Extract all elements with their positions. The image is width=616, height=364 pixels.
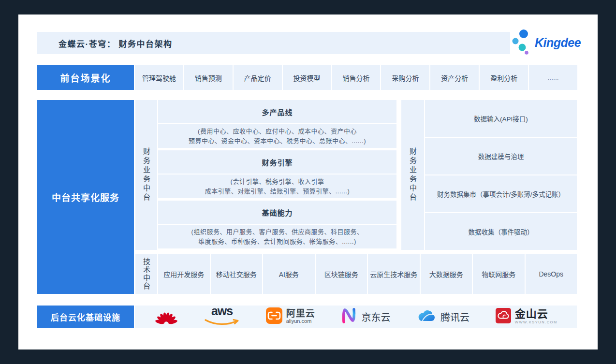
tech-item-app-dev: 应用开发服务 bbox=[158, 254, 210, 294]
aliyun-domain: aliyun.com bbox=[286, 319, 315, 324]
aws-smile-icon bbox=[204, 319, 240, 328]
aliyun-wordmark: 阿里云 bbox=[286, 309, 315, 319]
aws-wordmark: aws bbox=[211, 306, 233, 316]
group-title: 财务引擎 bbox=[158, 150, 396, 174]
tech-platform-label: 技术中台 bbox=[141, 258, 151, 291]
business-platform-strip: 财务业务中台 bbox=[135, 100, 157, 250]
group-detail: (组织服务、用户服务、客户服务、供应商服务、科目服务、 维度服务、币种服务、会计… bbox=[158, 225, 396, 248]
tencent-cloud-icon bbox=[416, 308, 437, 325]
ksyun-cloud-icon bbox=[495, 307, 512, 326]
data-platform-strip: 财务业务中台 bbox=[401, 100, 424, 250]
tech-item-bigdata: 大数据服务 bbox=[421, 254, 472, 294]
front-row: 前台场景化 管理驾驶舱 销售预测 产品定价 投资模型 销售分析 采购分析 资产分… bbox=[37, 65, 577, 90]
group-detail: (费用中心、应收中心、应付中心、成本中心、资产中心 预算中心、资金中心、资本中心… bbox=[158, 124, 396, 148]
group-title: 多产品线 bbox=[158, 100, 396, 123]
front-tab-cockpit: 管理驾驶舱 bbox=[135, 65, 183, 90]
jdcloud-wordmark: 京东云 bbox=[361, 310, 390, 324]
data-platform-label: 财务业务中台 bbox=[408, 147, 418, 203]
shared-services-block: 中台共享化服务 bbox=[37, 100, 134, 294]
huawei-logo bbox=[154, 306, 178, 327]
tech-item-cloud-native: 云原生技术服务 bbox=[368, 254, 420, 294]
data-item-data-mart: 财务数据集市（事项会计/多账薄/多式记账） bbox=[425, 175, 577, 212]
front-tab-asset: 资产分析 bbox=[430, 65, 479, 90]
page-title: 金蝶云·苍穹： 财务中台架构 bbox=[37, 37, 172, 49]
front-tab-investment: 投资模型 bbox=[283, 65, 331, 90]
jdcloud-n-icon bbox=[340, 306, 358, 327]
group-product-lines: 多产品线 (费用中心、应收中心、应付中心、成本中心、资产中心 预算中心、资金中心… bbox=[158, 100, 396, 148]
business-platform-label: 财务业务中台 bbox=[141, 147, 151, 203]
front-tab-sales-forecast: 销售预测 bbox=[184, 65, 233, 90]
tech-platform-strip: 技术中台 bbox=[135, 254, 157, 294]
group-title: 基础能力 bbox=[158, 201, 396, 224]
front-tab-procurement: 采购分析 bbox=[381, 65, 429, 90]
ksyun-logo: 金山云 WWW.KSYUN.COM bbox=[495, 307, 557, 326]
jdcloud-logo: 京东云 bbox=[340, 306, 390, 327]
tech-platform-items: 应用开发服务 移动社交服务 AI服务 区块链服务 云原生技术服务 大数据服务 物… bbox=[158, 254, 577, 294]
huawei-flower-icon bbox=[154, 306, 178, 327]
data-item-modeling: 数据建模与治理 bbox=[425, 138, 577, 175]
tech-item-ai: AI服务 bbox=[263, 254, 315, 294]
front-tab-more: ...... bbox=[529, 65, 577, 90]
header-bar: 金蝶云·苍穹： 财务中台架构 bbox=[37, 32, 510, 54]
front-tab-profit: 盈利分析 bbox=[480, 65, 528, 90]
kingdee-logo: Kingdee bbox=[512, 30, 584, 55]
diagram-card: 金蝶云·苍穹： 财务中台架构 Kingdee 前台场景化 管理驾驶舱 销售预测 … bbox=[18, 15, 598, 349]
group-detail: (会计引擎、税务引擎、收入引擎 成本引擎、对账引擎、结账引擎、预算引擎、....… bbox=[158, 175, 396, 198]
cloud-vendor-strip: aws 阿里云 aliyun.com bbox=[135, 306, 577, 328]
tech-item-iot: 物联网服务 bbox=[473, 254, 525, 294]
group-finance-engines: 财务引擎 (会计引擎、税务引擎、收入引擎 成本引擎、对账引擎、结账引擎、预算引擎… bbox=[158, 150, 396, 198]
group-basic-capabilities: 基础能力 (组织服务、用户服务、客户服务、供应商服务、科目服务、 维度服务、币种… bbox=[158, 201, 396, 248]
infra-label: 后台云化基础设施 bbox=[37, 306, 134, 328]
aliyun-cloud-icon bbox=[265, 307, 283, 326]
tech-item-mobile-social: 移动社交服务 bbox=[211, 254, 263, 294]
kingdee-dots-icon bbox=[512, 29, 532, 57]
business-platform-groups: 多产品线 (费用中心、应收中心、应付中心、成本中心、资产中心 预算中心、资金中心… bbox=[158, 100, 396, 250]
tencent-cloud-logo: 腾讯云 bbox=[416, 308, 469, 325]
tech-item-desops: DesOps bbox=[526, 254, 577, 294]
aws-logo: aws bbox=[204, 305, 240, 328]
data-item-collection: 数据收集（事件驱动） bbox=[425, 213, 577, 250]
tech-item-blockchain: 区块链服务 bbox=[316, 254, 367, 294]
front-tab-pricing: 产品定价 bbox=[234, 65, 282, 90]
kingdee-wordmark: Kingdee bbox=[535, 36, 581, 50]
ksyun-wordmark: 金山云 bbox=[515, 309, 557, 320]
data-item-api-input: 数据输入(API接口) bbox=[425, 100, 577, 137]
front-row-label: 前台场景化 bbox=[37, 65, 134, 90]
tencent-wordmark: 腾讯云 bbox=[440, 310, 469, 324]
data-platform-items: 数据输入(API接口) 数据建模与治理 财务数据集市（事项会计/多账薄/多式记账… bbox=[425, 100, 577, 250]
front-tab-sales-analysis: 销售分析 bbox=[332, 65, 381, 90]
aliyun-logo: 阿里云 aliyun.com bbox=[265, 307, 315, 326]
ksyun-site: WWW.KSYUN.COM bbox=[515, 320, 557, 324]
